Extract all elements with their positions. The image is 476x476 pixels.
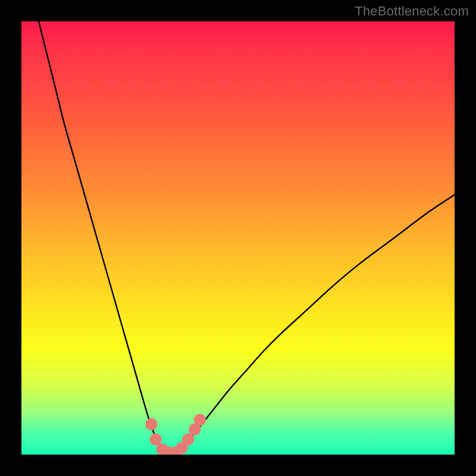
watermark-text: TheBottleneck.com xyxy=(355,4,469,19)
highlight-dot xyxy=(194,414,206,426)
highlight-dot xyxy=(149,433,161,445)
plot-area xyxy=(21,21,455,455)
curve-svg xyxy=(21,21,455,455)
chart-frame: TheBottleneck.com xyxy=(0,0,476,476)
bottleneck-curve xyxy=(39,21,455,455)
highlight-dot xyxy=(145,418,157,430)
highlight-dot xyxy=(182,433,194,445)
highlight-dots xyxy=(145,414,206,455)
